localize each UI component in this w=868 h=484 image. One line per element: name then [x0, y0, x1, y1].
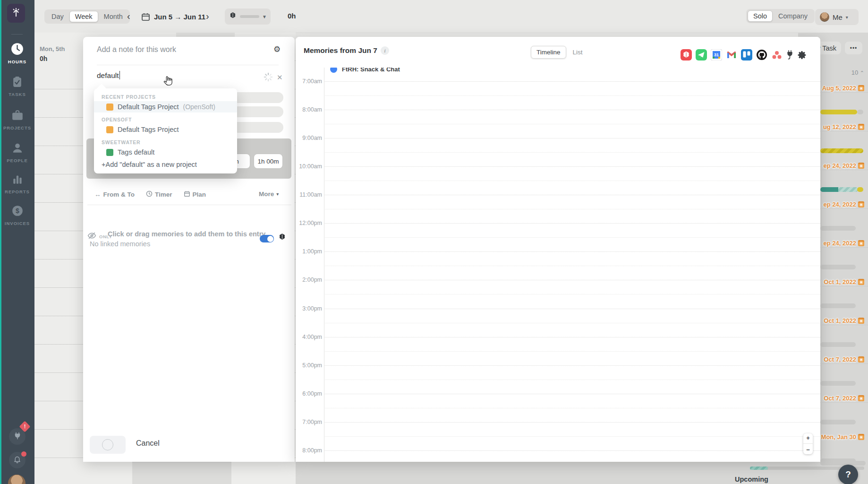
- submit-button[interactable]: [90, 436, 126, 454]
- app-logo[interactable]: [7, 4, 25, 23]
- gear-icon[interactable]: ⚙: [273, 44, 281, 54]
- memories-header: Memories from Jun 7 i Timeline List 31: [296, 37, 820, 68]
- half-hour-gridline: [324, 124, 820, 124]
- plan-button[interactable]: Plan: [184, 190, 206, 199]
- help-button[interactable]: ?: [838, 465, 858, 484]
- project-option-org: (OpenSoft): [183, 103, 215, 111]
- half-hour-gridline: [324, 408, 820, 408]
- ellipsis-icon: •••: [850, 45, 858, 52]
- sidebar-item-label: HOURS: [0, 59, 34, 64]
- memory-entry[interactable]: FtRH: Snack & Chat: [330, 68, 400, 73]
- half-hour-gridline: [324, 323, 820, 323]
- tab-solo[interactable]: Solo: [748, 10, 773, 22]
- project-option-opensoft[interactable]: Default Tags Project: [94, 124, 237, 135]
- sidebar-item-invoices[interactable]: $ INVOICES: [0, 205, 34, 226]
- task-date-label: ep 24, 2022: [824, 201, 856, 208]
- hour-label: 12:00pm: [296, 220, 322, 226]
- sidebar-item-people[interactable]: PEOPLE: [0, 142, 34, 163]
- briefcase-icon: [11, 115, 24, 123]
- sidebar-item-hours[interactable]: HOURS: [0, 43, 34, 64]
- hour-label: 4:00pm: [296, 334, 322, 340]
- task-due-date[interactable]: ug 12, 2022✕: [823, 123, 864, 130]
- tab-week[interactable]: Week: [69, 11, 98, 22]
- hour-gridline: [324, 309, 820, 309]
- dropdown-section-header: OPENSOFT: [94, 115, 237, 124]
- info-icon[interactable]: i: [381, 46, 389, 55]
- integrations-button[interactable]: !: [9, 428, 26, 445]
- task-due-date[interactable]: Aug 5, 2022✕: [822, 85, 864, 92]
- plug-icon: [13, 432, 22, 442]
- task-count[interactable]: 10 ⌃: [851, 69, 864, 76]
- plan-calendar-icon: [184, 190, 190, 199]
- date-range[interactable]: Jun 5 → Jun 11: [154, 13, 205, 21]
- task-progress-bar: [820, 381, 856, 386]
- task-progress-bar: [820, 148, 863, 153]
- project-option-recent[interactable]: Default Tags Project (OpenSoft): [94, 101, 237, 112]
- task-due-date[interactable]: Oct 1, 2022✕: [824, 317, 864, 324]
- sidebar-item-projects[interactable]: PROJECTS: [0, 109, 34, 130]
- memory-entry-label: FtRH: Snack & Chat: [342, 68, 400, 73]
- zoom-in-button[interactable]: +: [806, 434, 810, 441]
- half-hour-gridline: [324, 152, 820, 153]
- alert-badge-label: !: [24, 424, 26, 429]
- task-row-separator: [820, 92, 868, 93]
- half-hour-gridline: [324, 209, 820, 209]
- task-due-date[interactable]: Oct 7, 2022✕: [824, 395, 864, 402]
- task-due-date[interactable]: ep 24, 2022✕: [824, 201, 864, 208]
- task-due-date[interactable]: ep 24, 2022✕: [824, 162, 864, 169]
- project-dropdown: RECENT PROJECTS Default Tags Project (Op…: [94, 88, 237, 173]
- invoice-icon: $: [11, 210, 24, 218]
- linked-memories-toggle[interactable]: [260, 235, 274, 242]
- note-input-value: default: [97, 71, 119, 79]
- sidebar-divider: [11, 34, 23, 35]
- hour-label: 2:00pm: [296, 277, 322, 283]
- user-avatar[interactable]: [8, 475, 26, 484]
- task-date-label: ug 12, 2022: [823, 123, 856, 130]
- next-week-button[interactable]: ›: [206, 11, 209, 21]
- task-due-date[interactable]: ep 24, 2022✕: [824, 240, 864, 247]
- task-date-label: Oct 7, 2022: [824, 395, 856, 402]
- chevron-down-icon: ▾: [846, 15, 848, 20]
- duration-1h-button[interactable]: 1h 00m: [254, 154, 283, 169]
- half-hour-gridline: [324, 237, 820, 238]
- task-date-label: ep 24, 2022: [824, 240, 856, 247]
- notifications-button[interactable]: [9, 452, 26, 468]
- memory-ai-control[interactable]: ▼: [225, 9, 271, 25]
- tab-timeline[interactable]: Timeline: [531, 46, 566, 59]
- gear-icon[interactable]: [797, 50, 807, 60]
- timely-logo-icon: [11, 7, 21, 19]
- tab-company[interactable]: Company: [773, 10, 813, 22]
- sidebar-item-reports[interactable]: REPORTS: [0, 173, 34, 194]
- project-option-label: Tags default: [118, 148, 154, 156]
- upcoming-label: Upcoming: [735, 475, 768, 483]
- user-menu[interactable]: Me ▾: [815, 9, 859, 25]
- timer-button[interactable]: Timer: [146, 190, 172, 199]
- bar-chart-icon: [11, 179, 24, 187]
- sidebar-item-tasks[interactable]: TASKS: [0, 76, 34, 97]
- task-due-date[interactable]: Oct 1, 2022✕: [824, 278, 864, 285]
- plug-icon[interactable]: [786, 50, 793, 60]
- cancel-button[interactable]: Cancel: [136, 439, 160, 448]
- tasks-more-button[interactable]: •••: [845, 42, 862, 54]
- tab-list[interactable]: List: [567, 46, 588, 59]
- project-option-sweetwater[interactable]: Tags default: [94, 147, 237, 158]
- tasks-panel-gridline: [821, 60, 822, 460]
- tab-month[interactable]: Month: [98, 11, 128, 22]
- tab-day[interactable]: Day: [46, 11, 69, 22]
- task-due-date[interactable]: Oct 7, 2022✕: [824, 356, 864, 363]
- add-new-project-option[interactable]: +Add "default" as a new project: [94, 158, 237, 169]
- zoom-out-button[interactable]: −: [806, 446, 810, 453]
- memory-app-icon: [681, 49, 692, 60]
- memory-slider[interactable]: [240, 15, 259, 18]
- bottom-underlay: [296, 462, 868, 484]
- calendar-day-column-header[interactable]: Mon, 5th 0h: [34, 33, 83, 66]
- clear-input-button[interactable]: ✕: [277, 73, 283, 82]
- task-due-date[interactable]: Mon, Jan 30✕: [821, 433, 864, 441]
- from-to-button[interactable]: ↔ From & To: [94, 190, 135, 199]
- help-label: ?: [845, 469, 851, 480]
- task-count-value: 10: [851, 69, 858, 76]
- no-linked-memories: No linked memories: [90, 240, 150, 248]
- note-input[interactable]: default: [97, 71, 120, 80]
- more-menu-button[interactable]: More ▾: [259, 190, 279, 198]
- prev-week-button[interactable]: ‹: [127, 11, 130, 21]
